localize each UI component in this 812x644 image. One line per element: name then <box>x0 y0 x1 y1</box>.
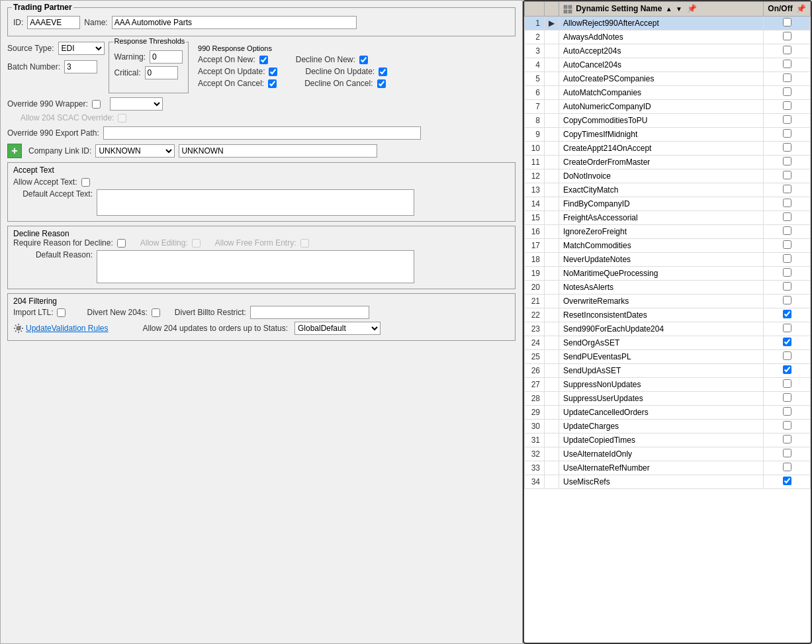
table-row[interactable]: 30UpdateCharges <box>525 419 811 433</box>
setting-checkbox[interactable] <box>783 449 791 457</box>
setting-checkbox[interactable] <box>783 407 791 416</box>
setting-name[interactable]: NotesAsAlerts <box>559 280 764 294</box>
setting-checkbox[interactable] <box>783 310 791 318</box>
table-row[interactable]: 11CreateOrderFromMaster <box>525 155 811 169</box>
dynamic-settings-table-container[interactable]: Dynamic Setting Name ▲ ▼ 📌 On/Off 📌 1▶Al… <box>524 1 811 643</box>
table-row[interactable]: 32UseAlternateIdOnly <box>525 447 811 461</box>
accept-on-update-checkbox[interactable] <box>269 68 277 76</box>
setting-checkbox[interactable] <box>783 351 791 360</box>
setting-checkbox[interactable] <box>783 463 791 471</box>
override-990-wrapper-checkbox[interactable] <box>92 100 101 109</box>
accept-on-new-checkbox[interactable] <box>259 56 268 64</box>
setting-checkbox-cell[interactable] <box>764 252 811 266</box>
setting-checkbox[interactable] <box>783 226 791 235</box>
setting-name[interactable]: ExactCityMatch <box>559 183 764 197</box>
setting-name[interactable]: CreateOrderFromMaster <box>559 155 764 169</box>
col-onoff-pin[interactable]: 📌 <box>796 4 806 13</box>
table-row[interactable]: 9CopyTimesIfMidnight <box>525 127 811 141</box>
table-row[interactable]: 14FindByCompanyID <box>525 197 811 210</box>
setting-checkbox-cell[interactable] <box>764 336 811 349</box>
setting-checkbox-cell[interactable] <box>764 266 811 280</box>
setting-checkbox-cell[interactable] <box>764 238 811 252</box>
accept-on-cancel-checkbox[interactable] <box>268 79 277 88</box>
setting-checkbox[interactable] <box>783 143 791 152</box>
setting-checkbox[interactable] <box>783 129 791 138</box>
setting-checkbox-cell[interactable] <box>764 433 811 447</box>
setting-checkbox-cell[interactable] <box>764 85 811 99</box>
setting-checkbox-cell[interactable] <box>764 71 811 85</box>
table-row[interactable]: 27SuppressNonUpdates <box>525 377 811 391</box>
table-row[interactable]: 29UpdateCancelledOrders <box>525 405 811 419</box>
setting-checkbox[interactable] <box>783 212 791 221</box>
decline-on-cancel-checkbox[interactable] <box>377 79 386 88</box>
setting-checkbox[interactable] <box>783 379 791 388</box>
company-link-input[interactable] <box>179 144 377 158</box>
table-row[interactable]: 23Send990ForEachUpdate204 <box>525 322 811 336</box>
setting-checkbox[interactable] <box>783 296 791 304</box>
setting-name[interactable]: MatchCommodities <box>559 238 764 252</box>
table-row[interactable]: 26SendUpdAsSET <box>525 363 811 377</box>
setting-checkbox[interactable] <box>783 477 791 485</box>
setting-name[interactable]: OverwriteRemarks <box>559 294 764 308</box>
setting-name[interactable]: CreateAppt214OnAccept <box>559 141 764 155</box>
setting-checkbox-cell[interactable] <box>764 475 811 488</box>
setting-name[interactable]: AutoMatchCompanies <box>559 85 764 99</box>
setting-checkbox[interactable] <box>783 365 791 374</box>
setting-name[interactable]: UpdateCopiedTimes <box>559 433 764 447</box>
table-row[interactable]: 25SendPUEventasPL <box>525 349 811 363</box>
critical-input[interactable] <box>145 66 178 79</box>
setting-checkbox-cell[interactable] <box>764 461 811 475</box>
setting-checkbox-cell[interactable] <box>764 419 811 433</box>
setting-checkbox[interactable] <box>783 199 791 207</box>
table-row[interactable]: 6AutoMatchCompanies <box>525 85 811 99</box>
setting-name[interactable]: UseAlternateIdOnly <box>559 447 764 461</box>
require-reason-checkbox[interactable] <box>117 239 126 248</box>
setting-name[interactable]: UseAlternateRefNumber <box>559 461 764 475</box>
override-990-dropdown[interactable] <box>110 97 163 111</box>
table-row[interactable]: 28SuppressUserUpdates <box>525 391 811 405</box>
setting-checkbox-cell[interactable] <box>764 16 811 30</box>
setting-checkbox-cell[interactable] <box>764 363 811 377</box>
setting-checkbox-cell[interactable] <box>764 308 811 322</box>
setting-checkbox[interactable] <box>783 87 791 96</box>
setting-checkbox[interactable] <box>783 421 791 430</box>
setting-checkbox-cell[interactable] <box>764 322 811 336</box>
setting-checkbox-cell[interactable] <box>764 44 811 58</box>
table-row[interactable]: 1▶AllowReject990AfterAccept <box>525 16 811 30</box>
setting-checkbox-cell[interactable] <box>764 197 811 210</box>
setting-checkbox[interactable] <box>783 185 791 193</box>
warning-input[interactable] <box>150 50 183 64</box>
table-row[interactable]: 20NotesAsAlerts <box>525 280 811 294</box>
setting-checkbox[interactable] <box>783 240 791 249</box>
setting-checkbox[interactable] <box>783 254 791 263</box>
setting-checkbox-cell[interactable] <box>764 99 811 113</box>
setting-checkbox-cell[interactable] <box>764 294 811 308</box>
source-type-select[interactable]: EDI API Manual <box>58 42 105 55</box>
table-row[interactable]: 8CopyCommoditiesToPU <box>525 113 811 127</box>
setting-checkbox[interactable] <box>783 115 791 124</box>
setting-name[interactable]: SendUpdAsSET <box>559 363 764 377</box>
setting-checkbox-cell[interactable] <box>764 224 811 238</box>
batch-number-input[interactable] <box>64 60 97 73</box>
setting-checkbox[interactable] <box>783 60 791 68</box>
setting-name[interactable]: CopyCommoditiesToPU <box>559 113 764 127</box>
table-row[interactable]: 12DoNotInvoice <box>525 169 811 183</box>
decline-on-new-checkbox[interactable] <box>359 56 368 64</box>
setting-name[interactable]: AutoCancel204s <box>559 58 764 71</box>
setting-checkbox[interactable] <box>783 157 791 165</box>
decline-on-update-checkbox[interactable] <box>379 68 387 76</box>
setting-checkbox[interactable] <box>783 101 791 110</box>
setting-checkbox-cell[interactable] <box>764 30 811 44</box>
table-row[interactable]: 15FreightAsAccessorial <box>525 210 811 224</box>
setting-name[interactable]: SuppressUserUpdates <box>559 391 764 405</box>
name-input[interactable] <box>112 16 357 29</box>
setting-checkbox-cell[interactable] <box>764 280 811 294</box>
setting-name[interactable]: UseMiscRefs <box>559 475 764 488</box>
table-row[interactable]: 10CreateAppt214OnAccept <box>525 141 811 155</box>
table-row[interactable]: 34UseMiscRefs <box>525 475 811 488</box>
setting-name[interactable]: SendPUEventasPL <box>559 349 764 363</box>
setting-checkbox-cell[interactable] <box>764 210 811 224</box>
setting-name[interactable]: AutoCreatePSCompanies <box>559 71 764 85</box>
setting-name[interactable]: FreightAsAccessorial <box>559 210 764 224</box>
setting-checkbox[interactable] <box>783 268 791 277</box>
